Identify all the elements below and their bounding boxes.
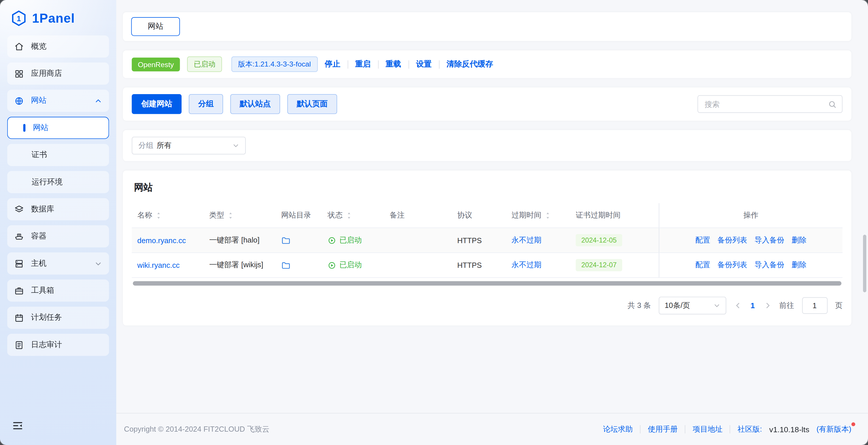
column-header-expire[interactable]: 过期时间 bbox=[506, 203, 570, 227]
horizontal-scrollbar[interactable] bbox=[133, 281, 841, 286]
sidebar-subitem-runtime[interactable]: 运行环境 bbox=[7, 171, 109, 193]
delete-button[interactable]: 删除 bbox=[792, 235, 806, 245]
update-notification-dot bbox=[851, 422, 855, 426]
tab-website[interactable]: 网站 bbox=[131, 17, 180, 36]
search-box bbox=[698, 95, 842, 113]
brand-logo[interactable]: 1 1Panel bbox=[7, 5, 109, 35]
delete-button[interactable]: 删除 bbox=[792, 260, 806, 270]
expire-value[interactable]: 永不过期 bbox=[512, 235, 541, 245]
main-content: 网站 OpenResty 已启动 版本:1.21.4.3-3-3-focal 停… bbox=[116, 0, 868, 413]
sort-icon[interactable] bbox=[347, 212, 351, 219]
sidebar-item-database[interactable]: 数据库 bbox=[7, 198, 109, 220]
engine-status-bar: OpenResty 已启动 版本:1.21.4.3-3-3-focal 停止 重… bbox=[123, 50, 851, 78]
settings-button[interactable]: 设置 bbox=[416, 59, 431, 69]
column-header-name[interactable]: 名称 bbox=[132, 203, 204, 227]
copyright-text: Copyright © 2014-2024 FIT2CLOUD 飞致云 bbox=[124, 424, 270, 434]
calendar-icon bbox=[14, 313, 24, 322]
website-table-card: 网站 名称 类型 网站目录 bbox=[123, 170, 851, 326]
column-header-actions: 操作 bbox=[659, 203, 843, 227]
active-indicator-icon bbox=[23, 124, 25, 132]
sidebar-item-toolbox[interactable]: 工具箱 bbox=[7, 280, 109, 301]
app-window: 1 1Panel 概览 应用商店 网站 bbox=[0, 0, 868, 445]
backup-list-button[interactable]: 备份列表 bbox=[717, 235, 747, 245]
folder-icon[interactable] bbox=[281, 235, 290, 245]
toolbox-icon bbox=[14, 286, 24, 295]
sidebar-item-container[interactable]: 容器 bbox=[7, 225, 109, 248]
sidebar-item-host[interactable]: 主机 bbox=[7, 252, 109, 275]
prev-page-button[interactable] bbox=[734, 302, 742, 310]
total-count: 共 3 条 bbox=[627, 300, 651, 311]
site-name-link[interactable]: demo.ryanc.cc bbox=[137, 236, 186, 245]
sidebar-item-label: 应用商店 bbox=[31, 68, 62, 78]
divider bbox=[347, 60, 348, 68]
stop-button[interactable]: 停止 bbox=[325, 59, 340, 69]
folder-icon[interactable] bbox=[281, 260, 290, 270]
column-header-protocol: 协议 bbox=[452, 203, 506, 227]
new-version-link[interactable]: (有新版本) bbox=[816, 424, 851, 434]
globe-icon bbox=[14, 96, 24, 105]
search-icon[interactable] bbox=[828, 100, 837, 108]
footer: Copyright © 2014-2024 FIT2CLOUD 飞致云 论坛求助… bbox=[116, 413, 868, 445]
group-button[interactable]: 分组 bbox=[189, 94, 223, 114]
engine-version-badge: 版本:1.21.4.3-3-3-focal bbox=[231, 56, 317, 72]
collapse-sidebar-button[interactable] bbox=[7, 416, 31, 437]
divider bbox=[378, 60, 378, 68]
backup-list-button[interactable]: 备份列表 bbox=[717, 260, 747, 270]
default-site-button[interactable]: 默认站点 bbox=[230, 94, 280, 114]
sidebar-item-label: 主机 bbox=[31, 258, 46, 268]
sidebar-item-label: 计划任务 bbox=[31, 313, 62, 323]
play-circle-icon bbox=[328, 261, 336, 269]
svg-text:1: 1 bbox=[17, 14, 21, 23]
sidebar-item-overview[interactable]: 概览 bbox=[7, 35, 109, 58]
sidebar-item-cronjob[interactable]: 计划任务 bbox=[7, 307, 109, 329]
create-website-button[interactable]: 创建网站 bbox=[132, 94, 182, 114]
sidebar-item-label: 日志审计 bbox=[31, 340, 62, 350]
group-filter-select[interactable]: 分组 所有 bbox=[132, 137, 246, 155]
cert-expire-badge: 2024-12-05 bbox=[576, 234, 622, 246]
sort-icon[interactable] bbox=[156, 212, 161, 219]
page-number-1[interactable]: 1 bbox=[749, 301, 756, 310]
sidebar-subitem-label: 运行环境 bbox=[32, 177, 63, 187]
config-button[interactable]: 配置 bbox=[695, 235, 710, 245]
layers-icon bbox=[14, 204, 24, 214]
table-row: demo.ryanc.cc 一键部署 [halo] bbox=[132, 228, 843, 253]
sort-icon[interactable] bbox=[228, 212, 233, 219]
default-page-button[interactable]: 默认页面 bbox=[287, 94, 337, 114]
table-title: 网站 bbox=[134, 181, 842, 194]
config-button[interactable]: 配置 bbox=[695, 260, 710, 270]
tab-bar: 网站 bbox=[123, 12, 851, 41]
engine-state-badge: 已启动 bbox=[187, 56, 222, 72]
expire-value[interactable]: 永不过期 bbox=[512, 260, 541, 270]
site-name-link[interactable]: wiki.ryanc.cc bbox=[137, 261, 180, 269]
sidebar-item-logs[interactable]: 日志审计 bbox=[7, 334, 109, 356]
sidebar-item-website[interactable]: 网站 bbox=[7, 90, 109, 112]
sidebar-item-appstore[interactable]: 应用商店 bbox=[7, 62, 109, 85]
chevron-down-icon bbox=[95, 260, 102, 267]
import-backup-button[interactable]: 导入备份 bbox=[754, 260, 784, 270]
project-link[interactable]: 项目地址 bbox=[693, 424, 723, 434]
cert-expire-badge: 2024-12-07 bbox=[576, 259, 622, 271]
restart-button[interactable]: 重启 bbox=[355, 59, 371, 69]
next-page-button[interactable] bbox=[764, 302, 772, 310]
edition-label[interactable]: 社区版: bbox=[738, 424, 762, 434]
sidebar-item-label: 概览 bbox=[31, 41, 46, 52]
goto-page-input[interactable] bbox=[802, 297, 827, 314]
sort-icon[interactable] bbox=[545, 212, 550, 219]
clear-proxy-cache-button[interactable]: 清除反代缓存 bbox=[446, 59, 493, 69]
sidebar-subitem-certificates[interactable]: 证书 bbox=[7, 144, 109, 166]
column-header-status[interactable]: 状态 bbox=[322, 203, 384, 227]
forum-help-link[interactable]: 论坛求助 bbox=[603, 424, 633, 434]
column-header-dir: 网站目录 bbox=[276, 203, 322, 227]
column-header-type[interactable]: 类型 bbox=[204, 203, 276, 227]
page-size-select[interactable]: 10条/页 bbox=[658, 296, 726, 314]
vertical-scrollbar[interactable] bbox=[863, 235, 866, 292]
column-header-cert-expire: 证书过期时间 bbox=[570, 203, 659, 227]
import-backup-button[interactable]: 导入备份 bbox=[754, 235, 784, 245]
manual-link[interactable]: 使用手册 bbox=[648, 424, 678, 434]
sidebar-subitem-website[interactable]: 网站 bbox=[7, 117, 109, 139]
search-input[interactable] bbox=[704, 99, 824, 108]
divider bbox=[685, 425, 686, 434]
divider bbox=[730, 425, 730, 434]
reload-button[interactable]: 重载 bbox=[385, 59, 401, 69]
scale-wrapper: 1 1Panel 概览 应用商店 网站 bbox=[0, 0, 868, 445]
